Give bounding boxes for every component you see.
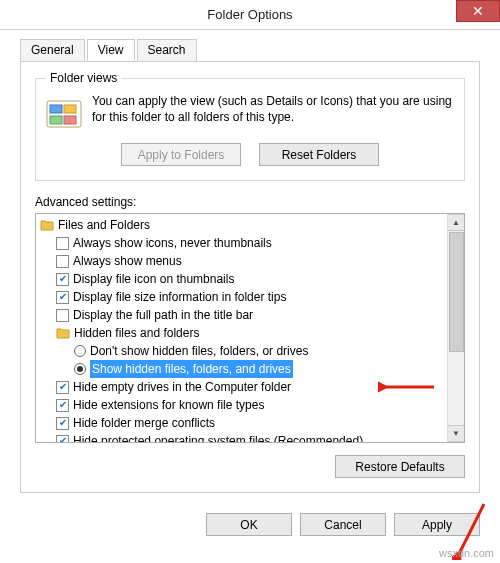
dialog-buttons: OK Cancel Apply: [20, 513, 480, 536]
scroll-down-icon[interactable]: ▼: [448, 425, 465, 442]
tree-item-hide-protected-os-files[interactable]: ✔ Hide protected operating system files …: [38, 432, 447, 442]
scroll-thumb[interactable]: [449, 232, 464, 352]
scroll-up-icon[interactable]: ▲: [448, 214, 465, 231]
tree-item-hide-merge-conflicts[interactable]: ✔ Hide folder merge conflicts: [38, 414, 447, 432]
tree-label: Always show icons, never thumbnails: [73, 234, 272, 252]
svg-rect-2: [64, 105, 76, 113]
checkbox-icon[interactable]: ✔: [56, 399, 69, 412]
reset-folders-button[interactable]: Reset Folders: [259, 143, 379, 166]
radio-icon[interactable]: [74, 363, 86, 375]
tree-label: Hidden files and folders: [74, 324, 199, 342]
checkbox-icon[interactable]: ✔: [56, 381, 69, 394]
radio-icon[interactable]: [74, 345, 86, 357]
tree-label: Hide folder merge conflicts: [73, 414, 215, 432]
tree-label: Always show menus: [73, 252, 182, 270]
tree-group-hidden-files[interactable]: Hidden files and folders: [38, 324, 447, 342]
folder-icon: [40, 218, 54, 232]
client-area: General View Search Folder views You can…: [0, 30, 500, 563]
folder-views-desc: You can apply the view (such as Details …: [92, 93, 454, 125]
checkbox-icon[interactable]: ✔: [56, 291, 69, 304]
tree-label: Display file icon on thumbnails: [73, 270, 234, 288]
watermark-text: wsxdn.com: [439, 547, 494, 559]
tree-label: Display file size information in folder …: [73, 288, 286, 306]
close-button[interactable]: ✕: [456, 0, 500, 22]
tree-label: Hide protected operating system files (R…: [73, 432, 363, 442]
folder-views-legend: Folder views: [46, 71, 121, 85]
annotation-arrow-icon: [378, 375, 438, 399]
tree-radio-dont-show-hidden[interactable]: Don't show hidden files, folders, or dri…: [38, 342, 447, 360]
tab-search[interactable]: Search: [137, 39, 197, 61]
tree-item-display-full-path-titlebar[interactable]: Display the full path in the title bar: [38, 306, 447, 324]
window-title: Folder Options: [207, 7, 292, 22]
tree-item-always-show-icons[interactable]: Always show icons, never thumbnails: [38, 234, 447, 252]
restore-defaults-button[interactable]: Restore Defaults: [335, 455, 465, 478]
tree-label: Files and Folders: [58, 216, 150, 234]
tab-body-view: Folder views You can apply the view (suc…: [20, 61, 480, 493]
titlebar: Folder Options ✕: [0, 0, 500, 30]
checkbox-icon[interactable]: [56, 309, 69, 322]
advanced-settings-tree[interactable]: Files and Folders Always show icons, nev…: [35, 213, 465, 443]
cancel-button[interactable]: Cancel: [300, 513, 386, 536]
svg-rect-3: [50, 116, 62, 124]
checkbox-icon[interactable]: [56, 237, 69, 250]
tree-root-files-and-folders[interactable]: Files and Folders: [38, 216, 447, 234]
tree-label: Show hidden files, folders, and drives: [90, 360, 293, 378]
tree-content: Files and Folders Always show icons, nev…: [36, 214, 447, 442]
vertical-scrollbar[interactable]: ▲ ▼: [447, 214, 464, 442]
tree-label: Don't show hidden files, folders, or dri…: [90, 342, 308, 360]
tree-item-display-file-icon-thumbnails[interactable]: ✔ Display file icon on thumbnails: [38, 270, 447, 288]
tree-item-display-file-size-tips[interactable]: ✔ Display file size information in folde…: [38, 288, 447, 306]
checkbox-icon[interactable]: ✔: [56, 273, 69, 286]
svg-rect-4: [64, 116, 76, 124]
ok-button[interactable]: OK: [206, 513, 292, 536]
tree-item-always-show-menus[interactable]: Always show menus: [38, 252, 447, 270]
advanced-settings-label: Advanced settings:: [35, 195, 465, 209]
svg-rect-1: [50, 105, 62, 113]
apply-to-folders-button[interactable]: Apply to Folders: [121, 143, 241, 166]
tree-label: Display the full path in the title bar: [73, 306, 253, 324]
close-icon: ✕: [472, 3, 484, 19]
checkbox-icon[interactable]: ✔: [56, 417, 69, 430]
folder-views-group: Folder views You can apply the view (suc…: [35, 71, 465, 181]
tab-general[interactable]: General: [20, 39, 85, 61]
checkbox-icon[interactable]: ✔: [56, 435, 69, 443]
folder-icon: [56, 326, 70, 340]
tab-strip: General View Search: [20, 39, 480, 62]
svg-line-6: [460, 504, 484, 552]
folder-views-icon: [46, 97, 82, 133]
tab-view[interactable]: View: [87, 39, 135, 61]
checkbox-icon[interactable]: [56, 255, 69, 268]
tree-label: Hide empty drives in the Computer folder: [73, 378, 291, 396]
tree-label: Hide extensions for known file types: [73, 396, 264, 414]
